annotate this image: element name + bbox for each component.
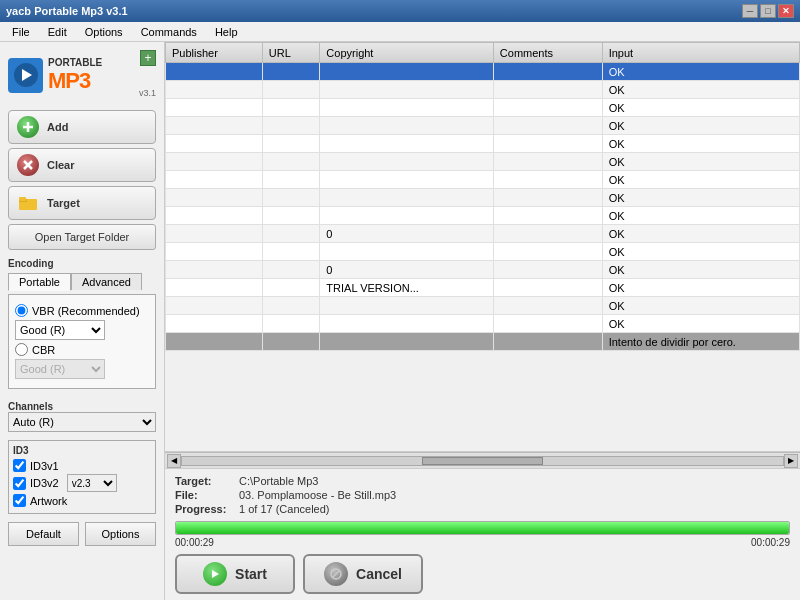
cell-publisher [166,153,263,171]
cbr-row: CBR [15,343,149,356]
table-row[interactable]: 0OK [166,261,800,279]
clear-button-label: Clear [47,159,75,171]
vbr-quality-select[interactable]: Good (R) [15,320,105,340]
cell-input: Intento de dividir por cero. [602,333,799,351]
scroll-track[interactable] [181,456,784,466]
table-row[interactable]: OK [166,297,800,315]
cancel-icon [324,562,348,586]
progress-label: Progress: [175,503,235,515]
cell-publisher [166,261,263,279]
vbr-radio[interactable] [15,304,28,317]
title-bar-text: yacb Portable Mp3 v3.1 [6,5,128,17]
cell-publisher [166,171,263,189]
cell-publisher [166,189,263,207]
cbr-radio[interactable] [15,343,28,356]
file-row: File: 03. Pomplamoose - Be Still.mp3 [175,489,790,501]
target-button[interactable]: Target [8,186,156,220]
cell-input: OK [602,81,799,99]
close-button[interactable]: ✕ [778,4,794,18]
vbr-select-row: Good (R) [15,320,149,340]
cell-url [262,207,320,225]
table-row[interactable]: OK [166,243,800,261]
cell-input: OK [602,225,799,243]
options-button[interactable]: Options [85,522,156,546]
artwork-checkbox[interactable] [13,494,26,507]
title-bar-controls: ─ □ ✕ [742,4,794,18]
logo-version: v3.1 [139,88,156,98]
target-button-label: Target [47,197,80,209]
table-row[interactable]: OK [166,315,800,333]
table-row[interactable]: OK [166,207,800,225]
start-button[interactable]: Start [175,554,295,594]
id3-label: ID3 [13,445,151,456]
cbr-label: CBR [32,344,55,356]
cell-copyright [320,189,493,207]
menu-options[interactable]: Options [77,24,131,40]
table-row[interactable]: OK [166,171,800,189]
clear-button[interactable]: Clear [8,148,156,182]
id3v2-checkbox[interactable] [13,477,26,490]
menu-commands[interactable]: Commands [133,24,205,40]
add-button[interactable]: Add [8,110,156,144]
minimize-button[interactable]: ─ [742,4,758,18]
table-row[interactable]: OK [166,81,800,99]
table-row[interactable]: OK [166,135,800,153]
cell-copyright [320,99,493,117]
table-row[interactable]: OK [166,99,800,117]
table-header-row: Publisher URL Copyright Comments Input [166,43,800,63]
cell-url [262,99,320,117]
menu-file[interactable]: File [4,24,38,40]
channels-select[interactable]: Auto (R) [8,412,156,432]
cell-url [262,261,320,279]
file-table-container[interactable]: Publisher URL Copyright Comments Input O… [165,42,800,452]
progress-times: 00:00:29 00:00:29 [175,537,790,548]
default-button[interactable]: Default [8,522,79,546]
horizontal-scrollbar[interactable]: ◀ ▶ [165,452,800,468]
cell-comments [493,207,602,225]
menu-bar: File Edit Options Commands Help [0,22,800,42]
table-row[interactable]: OK [166,153,800,171]
menu-help[interactable]: Help [207,24,246,40]
file-label: File: [175,489,235,501]
cell-publisher [166,243,263,261]
scroll-left-arrow[interactable]: ◀ [167,454,181,468]
file-value: 03. Pomplamoose - Be Still.mp3 [239,489,396,501]
open-target-folder-button[interactable]: Open Target Folder [8,224,156,250]
table-row[interactable]: OK [166,189,800,207]
cell-publisher [166,297,263,315]
col-copyright: Copyright [320,43,493,63]
right-panel: Publisher URL Copyright Comments Input O… [165,42,800,600]
cell-comments [493,333,602,351]
plus-button[interactable]: + [140,50,156,66]
tab-portable[interactable]: Portable [8,273,71,291]
menu-edit[interactable]: Edit [40,24,75,40]
table-row[interactable]: OK [166,63,800,81]
encoding-label: Encoding [8,258,156,269]
table-row[interactable]: OK [166,117,800,135]
tab-advanced[interactable]: Advanced [71,273,142,290]
scroll-thumb[interactable] [422,457,542,465]
target-row: Target: C:\Portable Mp3 [175,475,790,487]
table-row[interactable]: 0OK [166,225,800,243]
cell-copyright [320,171,493,189]
scroll-right-arrow[interactable]: ▶ [784,454,798,468]
cell-copyright [320,297,493,315]
cancel-button[interactable]: Cancel [303,554,423,594]
app-logo-icon [8,58,43,93]
cell-comments [493,99,602,117]
table-row[interactable]: TRIAL VERSION...OK [166,279,800,297]
id3v1-checkbox[interactable] [13,459,26,472]
progress-row: Progress: 1 of 17 (Canceled) [175,503,790,515]
cell-url [262,63,320,81]
cell-copyright [320,63,493,81]
cell-url [262,243,320,261]
table-row[interactable]: Intento de dividir por cero. [166,333,800,351]
cell-copyright [320,243,493,261]
cell-input: OK [602,171,799,189]
target-label: Target: [175,475,235,487]
cell-input: OK [602,243,799,261]
maximize-button[interactable]: □ [760,4,776,18]
id3v1-label: ID3v1 [30,460,59,472]
id3v2-version-select[interactable]: v2.3 [67,474,117,492]
col-publisher: Publisher [166,43,263,63]
